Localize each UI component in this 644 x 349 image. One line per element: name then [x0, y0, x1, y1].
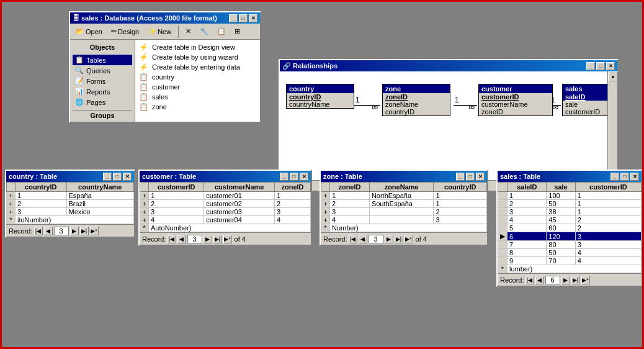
table-row[interactable]: + 3 Mexico — [7, 208, 134, 216]
sales-nav-first[interactable]: |◀ — [525, 276, 534, 284]
svg-text:∞: ∞ — [468, 102, 475, 112]
nav-forms[interactable]: 📝 Forms — [73, 76, 132, 86]
sales-nav-next[interactable]: ▶ — [561, 276, 570, 284]
sales-nav-last[interactable]: ▶| — [571, 276, 580, 284]
zone-nav-prev[interactable]: ◀ — [359, 235, 367, 243]
country-item[interactable]: 📋 country — [138, 72, 257, 82]
zone-minimize[interactable]: _ — [456, 173, 465, 181]
table-row[interactable]: 9704 — [498, 257, 642, 265]
table-row-current[interactable]: ▶ 6 120 3 — [498, 232, 642, 241]
country-nav-last[interactable]: ▶| — [80, 227, 89, 235]
table-row[interactable]: + 4 3 — [321, 216, 487, 224]
nav-tables[interactable]: 📋 Tables — [73, 55, 132, 65]
sales-close[interactable]: ✕ — [630, 173, 639, 181]
customer-nav-new[interactable]: ▶* — [223, 235, 232, 243]
zone-record-input[interactable] — [369, 235, 383, 243]
new-button[interactable]: ✨ New — [145, 26, 174, 37]
customer-minimize[interactable]: _ — [280, 173, 288, 181]
rel-zone-box: zone zoneID zoneName countryID — [382, 84, 450, 116]
country-nav-prev[interactable]: ◀ — [44, 227, 53, 235]
nav-reports[interactable]: 📊 Reports — [73, 86, 132, 97]
table-row[interactable]: + 3 2 — [321, 208, 487, 216]
toolbar-btn2[interactable]: 🔧 — [197, 26, 212, 37]
table-row[interactable]: 4452 — [498, 216, 642, 224]
db-restore-button[interactable]: □ — [239, 14, 248, 22]
rel-close-button[interactable]: ✕ — [606, 62, 615, 70]
zone-nav-first[interactable]: |◀ — [349, 235, 357, 243]
zone-nav-next[interactable]: ▶ — [385, 235, 393, 243]
table-row[interactable]: + 2 customer02 2 — [140, 200, 311, 208]
customer-nav-last[interactable]: ▶| — [213, 235, 222, 243]
zone-close[interactable]: ✕ — [476, 173, 485, 181]
table-row[interactable]: * Number) — [321, 224, 487, 232]
db-close-button[interactable]: ✕ — [249, 14, 257, 22]
rel-minimize-button[interactable]: _ — [586, 62, 595, 70]
open-button[interactable]: 📂 Open — [73, 26, 105, 37]
toolbar-btn4[interactable]: ⊞ — [231, 26, 243, 37]
customer-record-input[interactable] — [187, 235, 202, 243]
zone-restore[interactable]: □ — [466, 173, 475, 181]
nav-pages[interactable]: 🌐 Pages — [73, 97, 132, 107]
table-row[interactable]: + 2 Brazil — [7, 200, 134, 208]
rel-sales-box: sales saleID sale customerID — [562, 84, 607, 116]
rel-title-text: Relationships — [293, 62, 338, 70]
table-row[interactable]: 2501 — [498, 200, 642, 208]
sales-table-window: sales : Table _ □ ✕ saleID sale customer… — [496, 170, 643, 287]
toolbar-btn3[interactable]: 📋 — [214, 26, 229, 37]
create-entering-icon: ⚡ — [139, 63, 148, 71]
nav-queries[interactable]: 🔍 Queries — [73, 65, 132, 76]
rel-scroll-up[interactable]: ▲ — [608, 71, 618, 81]
sales-restore[interactable]: □ — [620, 173, 629, 181]
table-row[interactable]: 8504 — [498, 249, 642, 257]
table-row[interactable]: 11001 — [498, 192, 642, 200]
customer-col-name: customerName — [204, 183, 275, 192]
customer-close[interactable]: ✕ — [300, 173, 308, 181]
delete-button[interactable]: ✕ — [182, 26, 194, 37]
table-row[interactable]: + 1 customer01 1 — [140, 192, 311, 200]
zone-item[interactable]: 📋 zone — [138, 102, 257, 112]
sales-record-input[interactable] — [545, 276, 560, 284]
country-record-input[interactable] — [54, 227, 69, 235]
customer-nav-first[interactable]: |◀ — [168, 235, 176, 243]
customer-of-label: of 4 — [235, 235, 246, 243]
table-row[interactable]: * AutoNumber) — [140, 224, 311, 232]
zone-nav-new[interactable]: ▶* — [405, 235, 413, 243]
zone-col-id: zoneID — [330, 183, 370, 192]
create-wizard-item[interactable]: ⚡ Create table by using wizard — [138, 52, 257, 62]
table-row[interactable]: + 1 NorthEspaña 1 — [321, 192, 487, 200]
country-close[interactable]: ✕ — [123, 173, 132, 181]
customer-nav-next[interactable]: ▶ — [203, 235, 212, 243]
table-row[interactable]: 5602 — [498, 224, 642, 232]
design-button[interactable]: ✏ Design — [108, 26, 142, 37]
sales-nav-new[interactable]: ▶* — [581, 276, 590, 284]
svg-text:∞: ∞ — [552, 102, 558, 112]
customer-restore[interactable]: □ — [290, 173, 298, 181]
table-row[interactable]: + 1 España — [7, 192, 134, 200]
create-entering-item[interactable]: ⚡ Create table by entering data — [138, 62, 257, 72]
country-nav-new[interactable]: ▶* — [90, 227, 99, 235]
rel-restore-button[interactable]: □ — [596, 62, 605, 70]
table-row[interactable]: * lumber) — [498, 265, 642, 273]
customer-table-title-text: customer : Table — [142, 173, 196, 180]
sales-nav-prev[interactable]: ◀ — [535, 276, 544, 284]
customer-nav-prev[interactable]: ◀ — [177, 235, 186, 243]
zone-nav-last[interactable]: ▶| — [395, 235, 403, 243]
table-row[interactable]: 7803 — [498, 241, 642, 249]
sales-item[interactable]: 📋 sales — [138, 92, 257, 102]
table-row[interactable]: + 4 customer04 4 — [140, 216, 311, 224]
country-minimize[interactable]: _ — [103, 173, 112, 181]
customer-item[interactable]: 📋 customer — [138, 82, 257, 92]
country-restore[interactable]: □ — [113, 173, 122, 181]
queries-icon: 🔍 — [75, 66, 84, 75]
db-minimize-button[interactable]: _ — [229, 14, 238, 22]
rel-country-header: country — [287, 84, 354, 93]
table-row[interactable]: + 3 customer03 3 — [140, 208, 311, 216]
table-row[interactable]: + 2 SouthEspaña 1 — [321, 200, 487, 208]
create-design-item[interactable]: ⚡ Create table in Design view — [138, 42, 257, 52]
sales-col-customer: customerID — [575, 183, 641, 192]
country-nav-first[interactable]: |◀ — [34, 227, 43, 235]
table-row[interactable]: * itoNumber) — [7, 216, 134, 224]
table-row[interactable]: 3381 — [498, 208, 642, 216]
sales-minimize[interactable]: _ — [610, 173, 619, 181]
country-nav-next[interactable]: ▶ — [70, 227, 79, 235]
